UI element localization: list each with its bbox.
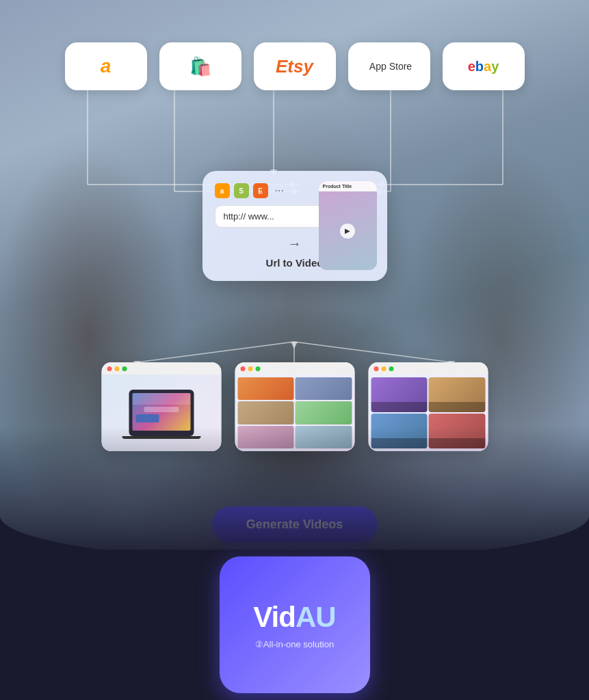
- product-title: Product Title: [323, 184, 352, 189]
- vid-text: Vid: [253, 601, 296, 633]
- window-dot-green-3: [389, 366, 393, 371]
- au-text: AU: [296, 601, 336, 633]
- platform-amazon[interactable]: a: [65, 42, 147, 90]
- window-titlebar-1: [101, 362, 221, 375]
- window-titlebar-2: [235, 362, 354, 375]
- ebay-logo: ebay: [468, 59, 499, 75]
- amazon-logo: a: [101, 55, 112, 77]
- grid-cell-3: [237, 401, 294, 424]
- grid-cell-4: [296, 401, 352, 424]
- social-cell-1: [371, 377, 428, 412]
- vidau-logo: VidAU: [253, 601, 335, 634]
- bottom-section: VidAU ②All-in-one solution: [0, 550, 589, 700]
- platform-shopify[interactable]: 🛍️: [159, 42, 241, 90]
- window-dot-green-1: [122, 366, 127, 371]
- grid-cell-2: [296, 377, 352, 400]
- grid-cell-1: [237, 377, 294, 400]
- window-dot-yellow-1: [114, 366, 119, 371]
- window-titlebar-3: [368, 362, 488, 375]
- url-to-video-card: a S E ··· http:// www... → Product Title…: [202, 171, 387, 281]
- etsy-icon-small: E: [253, 183, 268, 198]
- url-text: http:// www...: [224, 211, 274, 221]
- play-button[interactable]: ▶: [340, 224, 355, 239]
- amazon-icon-small: a: [215, 183, 230, 198]
- shopify-icon-small: S: [234, 183, 249, 198]
- window-dot-yellow-3: [381, 366, 386, 371]
- more-options-dots[interactable]: ···: [275, 185, 284, 197]
- main-container: a 🛍️ Etsy App Store ebay a S E ···: [0, 0, 589, 700]
- appstore-logo: App Store: [366, 61, 412, 72]
- window-dot-green-2: [255, 366, 260, 371]
- platform-appstore[interactable]: App Store: [348, 42, 430, 90]
- platforms-row: a 🛍️ Etsy App Store ebay: [0, 42, 589, 90]
- social-cell-2: [429, 377, 486, 412]
- window-dot-red-2: [240, 366, 245, 371]
- window-dot-red-1: [107, 366, 112, 371]
- window-dot-yellow-2: [248, 366, 252, 371]
- platform-ebay[interactable]: ebay: [443, 42, 525, 90]
- video-title-bar: Product Title: [319, 181, 377, 191]
- video-content: ▶: [319, 191, 377, 270]
- photo-bottom-fade: [0, 427, 589, 563]
- etsy-logo: Etsy: [276, 56, 313, 77]
- appstore-label: App Store: [369, 61, 412, 72]
- video-preview: Product Title ▶: [319, 181, 377, 270]
- shopify-logo: 🛍️: [189, 56, 211, 77]
- platform-etsy[interactable]: Etsy: [254, 42, 336, 90]
- vidau-subtitle: ②All-in-one solution: [255, 639, 334, 649]
- window-dot-red-3: [374, 366, 378, 371]
- vidau-card: VidAU ②All-in-one solution: [220, 556, 370, 693]
